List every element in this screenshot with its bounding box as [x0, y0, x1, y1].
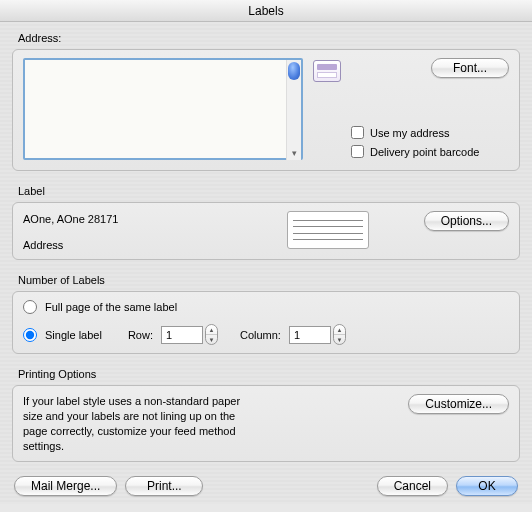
row-stepper[interactable]: ▲ ▼: [205, 324, 218, 345]
printing-group-label: Printing Options: [12, 368, 520, 380]
column-stepper[interactable]: ▲ ▼: [333, 324, 346, 345]
scrollbar-thumb[interactable]: [288, 62, 300, 80]
label-group-label: Label: [12, 185, 520, 197]
scrollbar-down-icon[interactable]: ▾: [287, 146, 301, 160]
label-group: Label AOne, AOne 28171 Address Options..…: [12, 185, 520, 260]
single-label-label: Single label: [45, 329, 102, 341]
delivery-barcode-row[interactable]: Delivery point barcode: [351, 145, 509, 158]
row-spinner: ▲ ▼: [161, 324, 218, 345]
rolodex-button[interactable]: [313, 58, 341, 82]
address-group-label: Address:: [12, 32, 520, 44]
font-button[interactable]: Font...: [431, 58, 509, 78]
label-preview-icon: [287, 211, 369, 249]
label-group-frame: AOne, AOne 28171 Address Options...: [12, 202, 520, 260]
cancel-button[interactable]: Cancel: [377, 476, 448, 496]
customize-button[interactable]: Customize...: [408, 394, 509, 414]
printing-group: Printing Options If your label style use…: [12, 368, 520, 462]
column-input[interactable]: [289, 326, 331, 344]
window-body: Address: ▾ Font...: [0, 22, 532, 504]
use-my-address-checkbox[interactable]: [351, 126, 364, 139]
bottom-button-bar: Mail Merge... Print... Cancel OK: [12, 472, 520, 496]
label-kind-text: Address: [23, 239, 273, 251]
ok-button[interactable]: OK: [456, 476, 518, 496]
full-page-radio[interactable]: [23, 300, 37, 314]
numlabels-group: Number of Labels Full page of the same l…: [12, 274, 520, 354]
chevron-up-icon[interactable]: ▲: [334, 325, 345, 335]
print-button[interactable]: Print...: [125, 476, 203, 496]
single-label-radio[interactable]: [23, 328, 37, 342]
address-group: Address: ▾ Font...: [12, 32, 520, 171]
rolodex-icon: [313, 60, 341, 82]
window-title: Labels: [248, 4, 283, 18]
label-product-text: AOne, AOne 28171: [23, 213, 273, 225]
column-spinner: ▲ ▼: [289, 324, 346, 345]
options-button[interactable]: Options...: [424, 211, 509, 231]
address-group-frame: ▾ Font... Use my address: [12, 49, 520, 171]
address-scrollbar[interactable]: ▾: [286, 60, 301, 160]
single-label-radio-row[interactable]: Single label: [23, 328, 102, 342]
delivery-barcode-label: Delivery point barcode: [370, 146, 479, 158]
row-label: Row:: [128, 329, 153, 341]
delivery-barcode-checkbox[interactable]: [351, 145, 364, 158]
printing-group-frame: If your label style uses a non-standard …: [12, 385, 520, 462]
address-textarea[interactable]: [23, 58, 303, 160]
column-label: Column:: [240, 329, 281, 341]
printing-hint-text: If your label style uses a non-standard …: [23, 394, 259, 453]
address-text-wrap: ▾: [23, 58, 303, 162]
numlabels-group-label: Number of Labels: [12, 274, 520, 286]
full-page-label: Full page of the same label: [45, 301, 177, 313]
chevron-down-icon[interactable]: ▼: [334, 335, 345, 344]
full-page-radio-row[interactable]: Full page of the same label: [23, 300, 509, 314]
use-my-address-label: Use my address: [370, 127, 449, 139]
numlabels-group-frame: Full page of the same label Single label…: [12, 291, 520, 354]
row-input[interactable]: [161, 326, 203, 344]
window-titlebar: Labels: [0, 0, 532, 22]
use-my-address-row[interactable]: Use my address: [351, 126, 509, 139]
chevron-down-icon[interactable]: ▼: [206, 335, 217, 344]
chevron-up-icon[interactable]: ▲: [206, 325, 217, 335]
mail-merge-button[interactable]: Mail Merge...: [14, 476, 117, 496]
